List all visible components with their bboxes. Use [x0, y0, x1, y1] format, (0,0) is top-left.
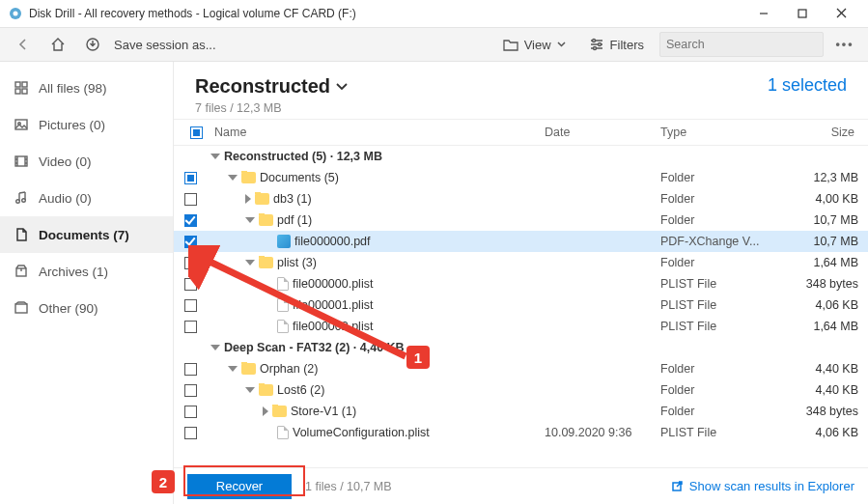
content-title[interactable]: Reconstructed	[195, 75, 348, 98]
sidebar-item-label: All files (98)	[39, 81, 107, 96]
select-all-checkbox[interactable]	[190, 126, 203, 139]
row-size: 10,7 MB	[786, 213, 868, 227]
collapse-icon[interactable]	[245, 260, 255, 266]
svg-rect-14	[15, 120, 27, 129]
more-button[interactable]: •••	[831, 38, 858, 51]
row-type: Folder	[660, 383, 786, 397]
table-row[interactable]: db3 (1)Folder4,00 KB	[174, 188, 868, 210]
sidebar-item-picture[interactable]: Pictures (0)	[0, 106, 173, 143]
table-row[interactable]: file000001.plistPLIST File4,06 KB	[174, 294, 868, 316]
close-button[interactable]	[822, 2, 860, 25]
row-checkbox[interactable]	[184, 406, 197, 418]
table-row[interactable]: pdf (1)Folder10,7 MB	[174, 210, 868, 231]
sidebar-item-other[interactable]: Other (90)	[0, 290, 173, 326]
filters-button[interactable]: Filters	[581, 31, 652, 58]
row-date: 10.09.2020 9:36	[545, 426, 660, 439]
window-title: Disk Drill - All recovery methods - Logi…	[29, 7, 356, 20]
row-checkbox[interactable]	[184, 214, 197, 227]
pdf-icon	[277, 235, 291, 248]
svg-rect-12	[15, 89, 20, 94]
row-checkbox[interactable]	[184, 384, 197, 397]
table-row[interactable]: Orphan (2)Folder4,40 KB	[174, 358, 868, 379]
show-in-explorer-link[interactable]: Show scan results in Explorer	[670, 479, 854, 493]
collapse-icon[interactable]	[228, 175, 238, 181]
other-icon	[14, 300, 29, 316]
folder-icon	[259, 384, 273, 396]
row-size: 1,64 MB	[786, 320, 868, 333]
svg-rect-20	[15, 304, 27, 313]
table-row[interactable]: VolumeConfiguration.plist10.09.2020 9:36…	[174, 422, 868, 443]
col-name[interactable]: Name	[210, 126, 541, 139]
row-type: Folder	[660, 192, 786, 206]
sidebar-item-video[interactable]: Video (0)	[0, 143, 173, 180]
collapse-icon[interactable]	[228, 366, 238, 372]
sidebar-item-document[interactable]: Documents (7)	[0, 216, 173, 253]
file-icon	[277, 298, 289, 312]
row-type: Folder	[660, 405, 786, 418]
row-type: Folder	[660, 362, 786, 376]
collapse-icon[interactable]	[245, 217, 255, 223]
folder-icon	[503, 38, 518, 51]
group-header[interactable]: Reconstructed (5) · 12,3 MB	[174, 146, 868, 167]
folder-icon	[241, 363, 256, 375]
row-type: Folder	[660, 171, 786, 184]
table-row[interactable]: Store-V1 (1)Folder348 bytes	[174, 401, 868, 422]
sidebar-item-label: Pictures (0)	[39, 118, 105, 132]
content-subtitle: 7 files / 12,3 MB	[195, 101, 348, 115]
home-button[interactable]	[44, 31, 71, 58]
row-size: 4,40 KB	[786, 383, 868, 397]
table-row[interactable]: file000000.plistPLIST File348 bytes	[174, 273, 868, 294]
row-checkbox[interactable]	[184, 299, 197, 312]
save-session-label[interactable]: Save session as...	[114, 38, 216, 52]
col-size[interactable]: Size	[782, 126, 864, 139]
svg-rect-3	[798, 10, 806, 17]
row-checkbox[interactable]	[184, 321, 197, 333]
row-checkbox[interactable]	[184, 427, 197, 439]
col-date[interactable]: Date	[541, 126, 657, 139]
search-input[interactable]	[659, 32, 824, 57]
table-row[interactable]: file000000.pdfPDF-XChange V...10,7 MB	[174, 231, 868, 252]
sliders-icon	[589, 38, 604, 51]
row-checkbox[interactable]	[184, 172, 197, 184]
row-size: 12,3 MB	[786, 171, 868, 184]
svg-rect-10	[15, 82, 20, 87]
expand-icon[interactable]	[245, 194, 251, 204]
maximize-button[interactable]	[783, 2, 822, 25]
minimize-button[interactable]	[744, 2, 783, 25]
table-row[interactable]: Documents (5)Folder12,3 MB	[174, 167, 868, 188]
table-row[interactable]: Lost6 (2)Folder4,40 KB	[174, 379, 868, 401]
back-button[interactable]	[10, 31, 37, 58]
row-checkbox[interactable]	[184, 257, 197, 269]
col-type[interactable]: Type	[657, 126, 782, 139]
folder-icon	[259, 257, 273, 268]
row-type: Folder	[660, 213, 786, 227]
save-session-icon[interactable]	[79, 31, 106, 58]
row-checkbox[interactable]	[184, 278, 197, 291]
chevron-down-icon	[336, 83, 348, 91]
table-row[interactable]: file000002.plistPLIST File1,64 MB	[174, 316, 868, 337]
collapse-icon[interactable]	[210, 345, 220, 350]
collapse-icon[interactable]	[245, 387, 255, 393]
expand-icon[interactable]	[263, 406, 268, 416]
row-checkbox[interactable]	[184, 193, 197, 206]
row-type: PDF-XChange V...	[660, 235, 786, 248]
svg-point-17	[16, 200, 20, 204]
row-name: db3 (1)	[273, 192, 312, 206]
sidebar-item-archive[interactable]: Archives (1)	[0, 253, 173, 290]
row-name: pdf (1)	[277, 213, 312, 227]
collapse-icon[interactable]	[210, 154, 220, 159]
sidebar-item-label: Video (0)	[39, 154, 92, 169]
row-name: Store-V1 (1)	[291, 405, 356, 418]
svg-rect-11	[22, 82, 27, 87]
group-header[interactable]: Deep Scan - FAT32 (2) · 4,40 KB	[174, 337, 868, 358]
row-checkbox[interactable]	[184, 363, 197, 376]
sidebar-item-grid[interactable]: All files (98)	[0, 70, 173, 106]
recover-button[interactable]: Recover	[187, 474, 292, 499]
folder-icon	[255, 193, 269, 205]
table-row[interactable]: plist (3)Folder1,64 MB	[174, 252, 868, 273]
file-icon	[277, 277, 289, 291]
view-dropdown[interactable]: View	[495, 31, 574, 58]
picture-icon	[14, 117, 29, 132]
sidebar-item-audio[interactable]: Audio (0)	[0, 180, 173, 216]
row-checkbox[interactable]	[184, 236, 197, 248]
